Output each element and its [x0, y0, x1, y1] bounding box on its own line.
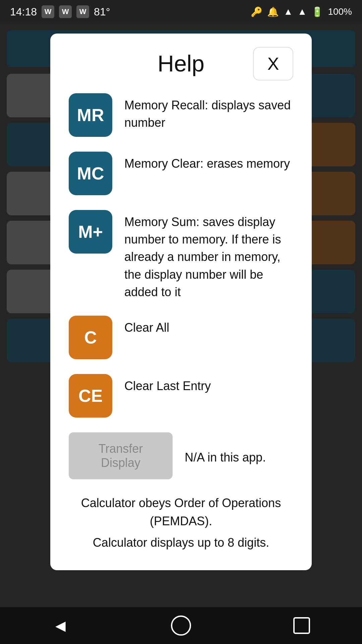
status-left: 14:18 W W W 81°: [10, 5, 110, 18]
home-button[interactable]: [168, 612, 194, 639]
help-modal: Help X MR Memory Recall: displays saved …: [50, 34, 312, 570]
navigation-bar: ◀: [0, 607, 362, 644]
transfer-description: N/A in this app.: [185, 445, 266, 466]
key-icon: 🔑: [251, 6, 262, 17]
mplus-description: Memory Sum: saves display number to memo…: [124, 210, 293, 301]
transfer-display-item: Transfer Display N/A in this app.: [69, 432, 293, 479]
status-bar: 14:18 W W W 81° 🔑 🔔 ▲ ▲ 🔋 100%: [0, 0, 362, 23]
help-item-c: C Clear All: [69, 316, 293, 359]
help-item-ce: CE Clear Last Entry: [69, 374, 293, 418]
time-display: 14:18: [10, 6, 37, 18]
mr-description: Memory Recall: displays saved number: [124, 93, 293, 131]
help-item-mc: MC Memory Clear: erases memory: [69, 152, 293, 195]
modal-title: Help: [158, 50, 204, 76]
w-badge-1: W: [42, 5, 54, 18]
recents-icon: [293, 617, 310, 634]
ce-description: Clear Last Entry: [124, 374, 211, 395]
close-button[interactable]: X: [253, 47, 293, 80]
transfer-display-button[interactable]: Transfer Display: [69, 432, 173, 479]
wifi-icon: ▲: [284, 6, 293, 17]
help-item-mplus: M+ Memory Sum: saves display number to m…: [69, 210, 293, 301]
modal-overlay: Help X MR Memory Recall: displays saved …: [0, 23, 362, 621]
c-icon: C: [69, 316, 112, 359]
w-badge-2: W: [59, 5, 72, 18]
ce-icon: CE: [69, 374, 112, 418]
home-icon: [171, 615, 191, 636]
notification-mute-icon: 🔔: [267, 6, 279, 17]
c-description: Clear All: [124, 316, 169, 336]
signal-icon: ▲: [298, 6, 307, 17]
w-badge-3: W: [76, 5, 89, 18]
temperature: 81°: [94, 6, 110, 18]
battery-icon: 🔋: [311, 6, 323, 17]
recents-button[interactable]: [288, 612, 315, 639]
back-icon: ◀: [55, 618, 66, 633]
mplus-icon: M+: [69, 210, 112, 254]
mc-icon: MC: [69, 152, 112, 195]
mc-description: Memory Clear: erases memory: [124, 152, 290, 172]
mr-icon: MR: [69, 93, 112, 137]
modal-header: Help X: [69, 50, 293, 76]
footer-pemdas: Calculator obeys Order of Operations (PE…: [69, 494, 293, 530]
help-item-mr: MR Memory Recall: displays saved number: [69, 93, 293, 137]
back-button[interactable]: ◀: [47, 612, 74, 639]
battery-percent: 100%: [328, 6, 352, 17]
status-right: 🔑 🔔 ▲ ▲ 🔋 100%: [251, 6, 352, 17]
footer-digits: Calculator displays up to 8 digits.: [69, 534, 293, 552]
